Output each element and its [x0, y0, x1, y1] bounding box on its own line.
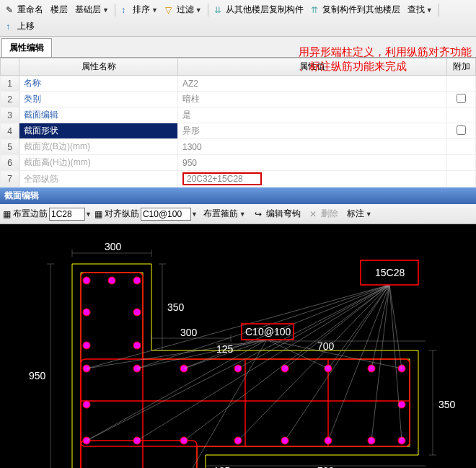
prop-extra[interactable] [447, 107, 476, 123]
extra-checkbox[interactable] [457, 94, 466, 103]
cad-viewport[interactable]: 300 350 300 125 700 950 350 125 700 600 … [0, 224, 476, 468]
annotate-button[interactable]: 标注▼ [344, 206, 375, 221]
dim-mid-300: 300 [180, 327, 198, 338]
dim-right-350: 350 [438, 399, 456, 410]
svg-rect-2 [81, 441, 197, 468]
filter-button[interactable]: ▽过滤▼ [162, 2, 205, 17]
rebar-dot[interactable] [83, 309, 90, 316]
prop-extra[interactable] [447, 123, 476, 139]
dim-top-300: 300 [105, 241, 122, 252]
svg-line-25 [87, 340, 267, 441]
prop-value[interactable]: 暗柱 [178, 92, 447, 107]
row-number: 3 [1, 107, 19, 123]
label-c10: C10@100 [245, 326, 291, 337]
prop-value[interactable]: 20C32+15C28 [178, 171, 447, 187]
editor-toolbar: ▦ 布置边筋 ▼ ▦ 对齐纵筋 ▼ 布置箍筋▼ ↪编辑弯钩 ✕删除 标注▼ [0, 204, 476, 224]
row-number: 5 [1, 139, 19, 155]
svg-line-14 [87, 285, 389, 441]
row-number: 2 [1, 92, 19, 107]
hook-icon: ↪ [255, 209, 265, 219]
layout-edge-combo[interactable]: ▦ 布置边筋 ▼ [3, 208, 92, 221]
property-table: 属性名称 属性值 附加 1名称AZ22类别暗柱3截面编辑是4截面形状异形5截面宽… [0, 58, 476, 187]
rebar-dot[interactable] [133, 309, 141, 316]
section-editor-title: 截面编辑 [0, 187, 476, 204]
copy-to-button[interactable]: ⇈复制构件到其他楼层 [308, 2, 403, 17]
row-number: 7 [1, 171, 19, 187]
rebar-dot[interactable] [83, 342, 90, 349]
row-number: 4 [1, 123, 19, 139]
property-row[interactable]: 4截面形状异形 [1, 123, 476, 139]
move-up-button[interactable]: ↑上移 [3, 19, 38, 34]
rebar-dot[interactable] [133, 342, 141, 349]
filter-icon: ▽ [165, 5, 175, 15]
arrow-up-icon: ↑ [6, 22, 16, 32]
row-number: 6 [1, 155, 19, 171]
prop-extra[interactable] [447, 171, 476, 187]
label-15c28: 15C28 [375, 267, 405, 278]
svg-line-21 [389, 285, 402, 441]
dim-700a: 700 [317, 340, 335, 352]
find-button[interactable]: 查找▼ [405, 2, 436, 17]
prop-name: 截面高(H边)(mm) [19, 155, 178, 171]
tab-property-edit[interactable]: 属性编辑 [1, 38, 52, 57]
extra-checkbox[interactable] [457, 125, 466, 135]
layout-stirrup-button[interactable]: 布置箍筋▼ [200, 206, 249, 221]
rebar-dot[interactable] [83, 401, 90, 408]
align-value-input[interactable] [141, 208, 191, 221]
prop-extra[interactable] [447, 76, 476, 92]
prop-extra[interactable] [447, 139, 476, 155]
prop-value[interactable]: 是 [178, 107, 447, 123]
align-label: 对齐纵筋 [105, 208, 139, 220]
dim-b125: 125 [213, 465, 231, 468]
base-layer-select[interactable]: 基础层 ▼ [72, 2, 112, 17]
delete-icon: ✕ [309, 209, 319, 219]
svg-line-23 [137, 340, 267, 368]
row-number: 1 [1, 76, 19, 92]
dim-mid-350: 350 [167, 301, 185, 313]
property-row[interactable]: 7全部纵筋20C32+15C28 [1, 171, 476, 187]
col-extra: 附加 [447, 58, 476, 76]
property-row[interactable]: 2类别暗柱 [1, 92, 476, 107]
property-row[interactable]: 3截面编辑是 [1, 107, 476, 123]
sort-icon: ↕ [121, 5, 131, 15]
prop-name: 截面宽(B边)(mm) [19, 139, 178, 155]
prop-name: 名称 [19, 76, 178, 92]
grid-icon: ▦ [3, 209, 13, 219]
copy-to-icon: ⇈ [311, 5, 321, 15]
prop-value[interactable]: 1300 [178, 139, 447, 155]
prop-name: 全部纵筋 [19, 171, 178, 187]
sort-button[interactable]: ↕排序▼ [118, 2, 161, 17]
layout-edge-label: 布置边筋 [13, 208, 48, 220]
rename-button[interactable]: ✎重命名 [3, 2, 46, 17]
copy-from-icon: ⇊ [214, 5, 224, 15]
rebar-dot[interactable] [83, 277, 90, 284]
property-row[interactable]: 6截面高(H边)(mm)950 [1, 155, 476, 171]
rebar-dot[interactable] [133, 277, 141, 284]
prop-value[interactable]: AZ2 [178, 76, 447, 92]
property-row[interactable]: 1名称AZ2 [1, 76, 476, 92]
main-toolbar: ✎重命名 楼层 基础层 ▼ ↕排序▼ ▽过滤▼ ⇊从其他楼层复制构件 ⇈复制构件… [0, 0, 476, 37]
tab-bar: 属性编辑 [0, 37, 476, 58]
property-row[interactable]: 5截面宽(B边)(mm)1300 [1, 139, 476, 155]
prop-name: 类别 [19, 92, 178, 107]
rebar-dot[interactable] [108, 277, 115, 284]
grid-icon: ▦ [94, 209, 105, 219]
svg-line-13 [389, 285, 402, 368]
edit-hook-button[interactable]: ↪编辑弯钩 [252, 206, 304, 221]
edge-value-input[interactable] [49, 208, 85, 221]
col-rownum [1, 58, 19, 76]
dim-left-950: 950 [29, 370, 46, 381]
floor-label: 楼层 [48, 2, 71, 17]
prop-extra[interactable] [447, 92, 476, 107]
prop-value[interactable]: 950 [178, 155, 447, 171]
prop-value[interactable]: 异形 [178, 123, 447, 139]
align-combo[interactable]: ▦ 对齐纵筋 ▼ [94, 208, 198, 221]
prop-extra[interactable] [447, 155, 476, 171]
prop-name: 截面编辑 [19, 107, 178, 123]
svg-line-17 [238, 285, 389, 441]
col-value: 属性值 [178, 58, 447, 76]
delete-button[interactable]: ✕删除 [307, 206, 341, 221]
copy-from-button[interactable]: ⇊从其他楼层复制构件 [211, 2, 307, 17]
col-name: 属性名称 [19, 58, 178, 76]
dim-125a: 125 [216, 343, 234, 355]
